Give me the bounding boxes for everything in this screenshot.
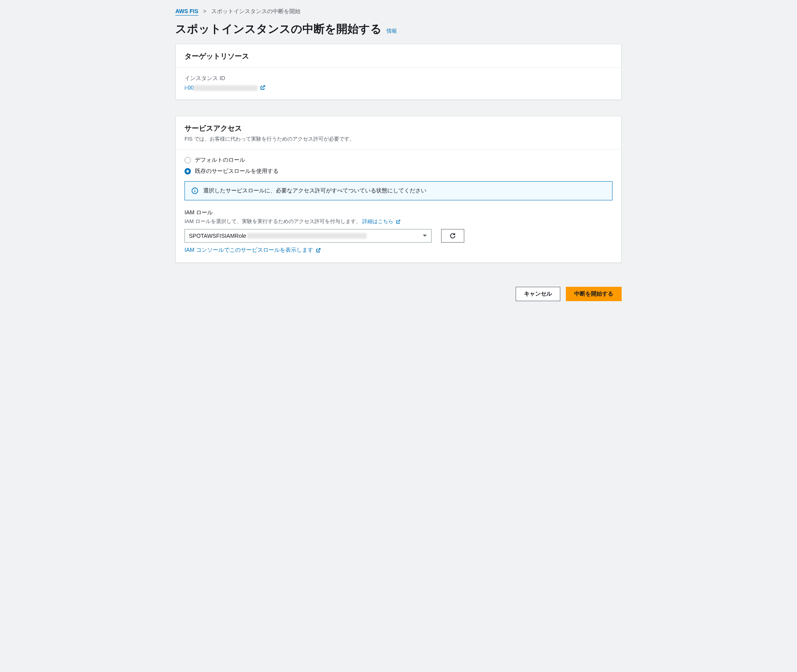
external-link-icon — [396, 219, 400, 224]
breadcrumb-current: スポットインスタンスの中断を開始 — [211, 8, 300, 14]
radio-existing-label: 既存のサービスロールを使用する — [195, 168, 279, 175]
iam-role-redacted — [247, 233, 367, 239]
service-access-panel: サービスアクセス FIS では、お客様に代わって実験を行うためのアクセス許可が必… — [175, 116, 622, 263]
info-link[interactable]: 情報 — [387, 27, 397, 35]
info-banner-text: 選択したサービスロールに、必要なアクセス許可がすべてついている状態にしてください — [203, 187, 426, 194]
radio-icon — [185, 168, 191, 174]
role-radio-group: デフォルトのロール 既存のサービスロールを使用する — [185, 157, 612, 175]
svg-point-2 — [194, 189, 195, 190]
chevron-down-icon — [422, 234, 427, 237]
external-link-icon — [316, 248, 321, 253]
page-title: スポットインスタンスの中断を開始する 情報 — [175, 22, 622, 37]
breadcrumb: AWS FIS > スポットインスタンスの中断を開始 — [175, 8, 622, 15]
service-access-title: サービスアクセス — [185, 123, 612, 133]
page-title-text: スポットインスタンスの中断を開始する — [175, 22, 382, 37]
radio-existing-role[interactable]: 既存のサービスロールを使用する — [185, 168, 612, 175]
target-resources-panel: ターゲットリソース インスタンス ID i-00 — [175, 44, 622, 100]
radio-default-label: デフォルトのロール — [195, 157, 245, 164]
view-in-iam-console-link[interactable]: IAM コンソールでこのサービスロールを表示します — [185, 247, 313, 254]
refresh-button[interactable] — [441, 229, 464, 243]
info-banner: 選択したサービスロールに、必要なアクセス許可がすべてついている状態にしてください — [185, 181, 612, 200]
footer-actions: キャンセル 中断を開始する — [175, 287, 622, 301]
instance-id-label: インスタンス ID — [185, 75, 612, 82]
iam-role-select[interactable]: SPOTAWSFISIAMRole — [185, 229, 432, 243]
radio-icon — [185, 157, 191, 163]
external-link-icon — [260, 85, 265, 90]
start-interruption-button[interactable]: 中断を開始する — [566, 287, 622, 301]
chevron-right-icon: > — [203, 8, 206, 14]
iam-role-section: IAM ロール IAM ロールを選択して、実験を実行するためのアクセス許可を付与… — [185, 209, 612, 254]
service-access-subtitle: FIS では、お客様に代わって実験を行うためのアクセス許可が必要です。 — [185, 135, 612, 143]
target-resources-header: ターゲットリソース — [176, 44, 621, 68]
refresh-icon — [450, 233, 456, 239]
instance-id-prefix: i-00 — [185, 84, 194, 91]
instance-id-link[interactable]: i-00 — [185, 84, 257, 91]
service-access-header: サービスアクセス FIS では、お客様に代わって実験を行うためのアクセス許可が必… — [176, 116, 621, 149]
learn-more-link[interactable]: 詳細はこちら — [362, 218, 393, 224]
iam-role-selected-value: SPOTAWSFISIAMRole — [189, 233, 246, 239]
info-icon — [191, 187, 198, 194]
cancel-button[interactable]: キャンセル — [516, 287, 560, 301]
iam-role-description: IAM ロールを選択して、実験を実行するためのアクセス許可を付与します。 詳細は… — [185, 218, 612, 225]
radio-default-role[interactable]: デフォルトのロール — [185, 157, 612, 164]
iam-role-label: IAM ロール — [185, 209, 612, 216]
instance-id-redacted — [194, 85, 257, 91]
breadcrumb-root-link[interactable]: AWS FIS — [175, 8, 198, 16]
target-resources-title: ターゲットリソース — [185, 51, 612, 61]
